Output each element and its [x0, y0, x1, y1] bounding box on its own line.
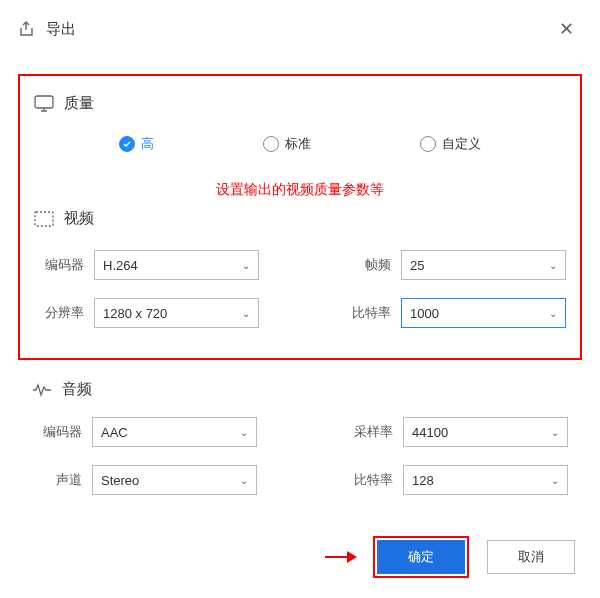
video-bitrate-label: 比特率 — [341, 304, 401, 322]
radio-label: 高 — [141, 135, 154, 153]
chevron-down-icon: ⌄ — [549, 260, 557, 271]
annotation-arrow-icon — [325, 556, 355, 558]
quality-header: 质量 — [34, 94, 566, 113]
radio-label: 自定义 — [442, 135, 481, 153]
select-value: 25 — [410, 258, 424, 273]
video-header: 视频 — [34, 209, 566, 228]
video-title: 视频 — [64, 209, 94, 228]
ok-button-label: 确定 — [408, 548, 434, 566]
audio-channels-select[interactable]: Stereo ⌄ — [92, 465, 257, 495]
video-resolution-label: 分辨率 — [34, 304, 94, 322]
quality-title: 质量 — [64, 94, 94, 113]
select-value: AAC — [101, 425, 128, 440]
chevron-down-icon: ⌄ — [240, 475, 248, 486]
ok-button-highlight: 确定 — [373, 536, 469, 578]
quality-radio-custom[interactable]: 自定义 — [420, 135, 481, 153]
audio-samplerate-select[interactable]: 44100 ⌄ — [403, 417, 568, 447]
waveform-icon — [32, 382, 52, 398]
monitor-icon — [34, 95, 54, 113]
cancel-button-label: 取消 — [518, 548, 544, 566]
audio-header: 音频 — [32, 380, 568, 399]
audio-bitrate-label: 比特率 — [343, 471, 403, 489]
radio-label: 标准 — [285, 135, 311, 153]
footer: 确定 取消 — [325, 536, 575, 578]
chevron-down-icon: ⌄ — [549, 308, 557, 319]
select-value: 1280 x 720 — [103, 306, 167, 321]
highlighted-section: 质量 高 标准 自定义 设置输出的视频质量参数等 — [18, 74, 582, 360]
svg-rect-1 — [35, 212, 53, 226]
audio-channels-label: 声道 — [32, 471, 92, 489]
radio-unchecked-icon — [420, 136, 436, 152]
radio-unchecked-icon — [263, 136, 279, 152]
select-value: H.264 — [103, 258, 138, 273]
audio-encoder-select[interactable]: AAC ⌄ — [92, 417, 257, 447]
chevron-down-icon: ⌄ — [240, 427, 248, 438]
video-fps-select[interactable]: 25 ⌄ — [401, 250, 566, 280]
select-value: 128 — [412, 473, 434, 488]
video-encoder-select[interactable]: H.264 ⌄ — [94, 250, 259, 280]
video-encoder-label: 编码器 — [34, 256, 94, 274]
audio-samplerate-label: 采样率 — [343, 423, 403, 441]
svg-rect-0 — [35, 96, 53, 108]
select-value: 44100 — [412, 425, 448, 440]
chevron-down-icon: ⌄ — [242, 260, 250, 271]
annotation-text: 设置输出的视频质量参数等 — [34, 181, 566, 199]
chevron-down-icon: ⌄ — [551, 427, 559, 438]
titlebar: 导出 ✕ — [0, 0, 600, 58]
quality-radio-high[interactable]: 高 — [119, 135, 154, 153]
radio-checked-icon — [119, 136, 135, 152]
video-bitrate-select[interactable]: 1000 ⌄ — [401, 298, 566, 328]
video-resolution-select[interactable]: 1280 x 720 ⌄ — [94, 298, 259, 328]
cancel-button[interactable]: 取消 — [487, 540, 575, 574]
title: 导出 — [46, 20, 76, 39]
ok-button[interactable]: 确定 — [377, 540, 465, 574]
close-icon[interactable]: ✕ — [551, 14, 582, 44]
quality-options: 高 标准 自定义 — [34, 135, 566, 153]
audio-bitrate-select[interactable]: 128 ⌄ — [403, 465, 568, 495]
select-value: Stereo — [101, 473, 139, 488]
chevron-down-icon: ⌄ — [242, 308, 250, 319]
video-fps-label: 帧频 — [341, 256, 401, 274]
film-icon — [34, 211, 54, 227]
export-icon — [18, 20, 36, 38]
chevron-down-icon: ⌄ — [551, 475, 559, 486]
audio-encoder-label: 编码器 — [32, 423, 92, 441]
select-value: 1000 — [410, 306, 439, 321]
audio-title: 音频 — [62, 380, 92, 399]
quality-radio-standard[interactable]: 标准 — [263, 135, 311, 153]
